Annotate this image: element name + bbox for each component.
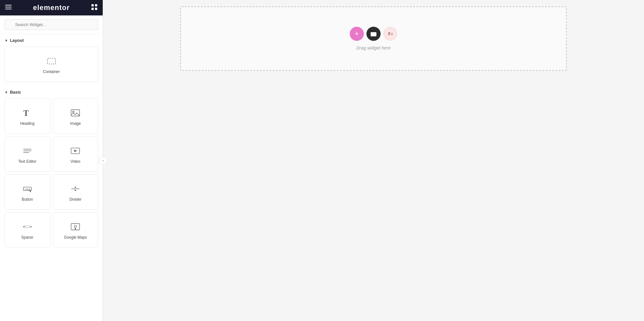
svg-rect-1 xyxy=(5,7,12,7)
search-container xyxy=(0,15,103,34)
grid-icon[interactable] xyxy=(91,4,98,12)
image-label: Image xyxy=(70,121,81,126)
button-label: Button xyxy=(22,197,33,202)
widget-video[interactable]: Video xyxy=(53,136,99,172)
svg-rect-0 xyxy=(5,5,12,5)
divider-icon xyxy=(70,184,80,194)
layout-section-label: Layout xyxy=(10,38,24,43)
layout-section-header[interactable]: ▼ Layout xyxy=(0,34,103,45)
canvas-inner: + xyxy=(180,6,567,71)
add-element-button[interactable]: + xyxy=(350,27,364,41)
basic-section-label: Basic xyxy=(10,90,21,95)
svg-rect-34 xyxy=(388,33,390,34)
basic-chevron-icon: ▼ xyxy=(5,90,8,94)
search-input[interactable] xyxy=(5,19,98,30)
svg-rect-4 xyxy=(95,4,97,6)
container-icon xyxy=(46,56,57,66)
sidebar: elementor xyxy=(0,0,103,321)
svg-marker-22 xyxy=(74,190,77,191)
heading-label: Heading xyxy=(20,121,34,126)
widget-divider[interactable]: Divider xyxy=(53,174,99,210)
button-icon: Click xyxy=(22,184,33,194)
spacer-label: Spacer xyxy=(21,235,33,240)
svg-marker-27 xyxy=(31,226,32,227)
layout-widget-grid: Container xyxy=(0,45,103,86)
svg-point-29 xyxy=(74,225,77,228)
menu-icon[interactable] xyxy=(5,4,12,12)
search-wrapper xyxy=(5,19,98,30)
text-editor-icon xyxy=(22,146,33,156)
widget-container[interactable]: Container xyxy=(5,47,98,82)
basic-section-header[interactable]: ▼ Basic xyxy=(0,86,103,97)
svg-rect-11 xyxy=(71,110,80,116)
heading-icon: T xyxy=(22,108,33,118)
svg-rect-35 xyxy=(388,34,390,35)
layout-chevron-icon: ▼ xyxy=(5,39,8,42)
widget-text-editor[interactable]: Text Editor xyxy=(5,136,50,172)
video-label: Video xyxy=(71,159,80,164)
svg-rect-36 xyxy=(391,33,393,35)
app-logo: elementor xyxy=(33,4,70,12)
svg-rect-23 xyxy=(24,226,30,227)
collapse-icon: ‹ xyxy=(102,159,104,162)
widget-heading[interactable]: T Heading xyxy=(5,98,50,134)
svg-point-12 xyxy=(73,111,74,112)
news-icon xyxy=(386,30,394,38)
svg-marker-21 xyxy=(74,187,77,188)
container-label: Container xyxy=(43,69,60,74)
sidebar-collapse-toggle[interactable]: ‹ xyxy=(99,156,107,165)
drag-hint: Drag widget here xyxy=(356,45,391,50)
svg-rect-5 xyxy=(91,8,94,10)
settings-button[interactable] xyxy=(366,27,381,41)
svg-rect-3 xyxy=(91,4,94,6)
video-icon xyxy=(70,146,80,156)
svg-rect-2 xyxy=(5,9,12,9)
image-icon xyxy=(70,108,80,118)
widget-google-maps[interactable]: Google Maps xyxy=(53,212,99,248)
widget-image[interactable]: Image xyxy=(53,98,99,134)
news-button[interactable] xyxy=(383,27,397,41)
svg-marker-17 xyxy=(74,150,77,152)
widget-spacer[interactable]: Spacer xyxy=(5,212,50,248)
svg-rect-6 xyxy=(95,8,97,10)
spacer-icon xyxy=(22,222,33,232)
topbar: elementor xyxy=(0,0,103,15)
svg-marker-26 xyxy=(23,226,24,227)
svg-rect-33 xyxy=(388,32,390,33)
google-maps-icon xyxy=(70,222,80,232)
plus-icon: + xyxy=(355,30,359,38)
folder-icon xyxy=(370,31,377,37)
widget-button[interactable]: Click Button xyxy=(5,174,50,210)
svg-rect-9 xyxy=(47,58,55,64)
text-editor-label: Text Editor xyxy=(18,159,36,164)
divider-label: Divider xyxy=(70,197,81,202)
basic-widget-grid: T Heading Image Text xyxy=(0,97,103,252)
main-canvas: + xyxy=(103,0,644,321)
drop-zone-actions: + xyxy=(350,27,397,41)
google-maps-label: Google Maps xyxy=(64,235,87,240)
svg-text:T: T xyxy=(23,109,29,117)
drop-zone[interactable]: + xyxy=(180,6,567,71)
